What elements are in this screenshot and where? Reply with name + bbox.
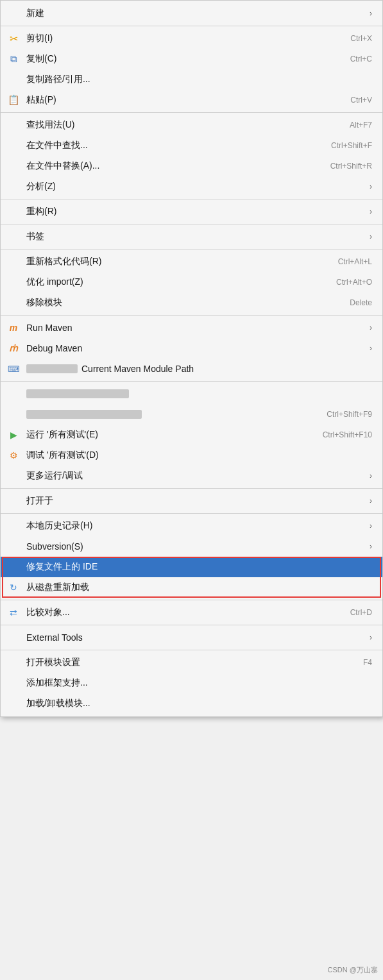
find-in-files-label: 在文件中查找...: [26, 140, 88, 151]
menu-item-external-tools[interactable]: External Tools ›: [1, 627, 382, 648]
repair-ide-label: 修复文件上的 IDE: [26, 561, 98, 573]
run-all-tests-shortcut: Ctrl+Shift+F10: [323, 430, 372, 439]
menu-item-new[interactable]: 新建 ›: [1, 3, 382, 24]
menu-item-replace-in-files[interactable]: 在文件中替换(A)... Ctrl+Shift+R: [1, 156, 382, 176]
separator: [1, 199, 382, 199]
context-menu: 新建 › ✂ 剪切(I) Ctrl+X ⧉ 复制(C) Ctrl+C 复制路径/…: [0, 0, 383, 717]
menu-item-find-usage[interactable]: 查找用法(U) Alt+F7: [1, 115, 382, 135]
local-history-label: 本地历史记录(H): [26, 520, 92, 532]
menu-item-debug-maven[interactable]: ṁ Debug Maven ›: [1, 338, 382, 359]
watermark: CSDN @万山寨: [328, 965, 378, 975]
replace-in-files-shortcut: Ctrl+Shift+R: [330, 162, 372, 171]
open-in-label: 打开于: [26, 495, 53, 507]
run-all-tests-label: 运行 '所有测试'(E): [26, 429, 98, 441]
menu-item-repair-ide[interactable]: 修复文件上的 IDE: [1, 557, 382, 577]
compare-label: 比较对象...: [26, 607, 70, 618]
add-framework-label: 添加框架支持...: [26, 677, 88, 689]
load-unload-modules-label: 加载/卸载模块...: [26, 698, 90, 709]
bookmark-label: 书签: [26, 231, 44, 242]
reload-icon: ↻: [6, 582, 21, 593]
red-box-group: 修复文件上的 IDE ↻ 从磁盘重新加载: [1, 557, 382, 598]
debug-maven-label: Debug Maven: [26, 343, 82, 353]
menu-item-bookmark[interactable]: 书签 ›: [1, 226, 382, 247]
blurred-text-1: [26, 389, 129, 398]
copy-shortcut: Ctrl+C: [350, 55, 372, 63]
menu-item-reformat[interactable]: 重新格式化代码(R) Ctrl+Alt+L: [1, 251, 382, 272]
menu-item-optimize-import[interactable]: 优化 import(Z) Ctrl+Alt+O: [1, 272, 382, 292]
separator: [1, 381, 382, 382]
remove-module-shortcut: Delete: [350, 298, 372, 307]
remove-module-label: 移除模块: [26, 297, 62, 308]
replace-in-files-label: 在文件中替换(A)...: [26, 160, 99, 172]
copy-label: 复制(C): [26, 53, 56, 65]
separator: [1, 488, 382, 489]
reformat-label: 重新格式化代码(R): [26, 256, 101, 267]
analyze-label: 分析(Z): [26, 181, 56, 192]
cut-label: 剪切(I): [26, 33, 53, 44]
find-in-files-shortcut: Ctrl+Shift+F: [331, 141, 372, 150]
compare-icon: ⇄: [6, 607, 21, 618]
separator: [1, 249, 382, 249]
cmd-icon: ⌨: [6, 364, 21, 374]
menu-item-find-in-files[interactable]: 在文件中查找... Ctrl+Shift+F: [1, 135, 382, 156]
debug-icon: ⚙: [6, 450, 21, 460]
arrow-icon: ›: [370, 542, 372, 551]
separator: [1, 26, 382, 26]
copy-icon: ⧉: [6, 53, 21, 65]
arrow-icon: ›: [370, 207, 372, 216]
copy-path-label: 复制路径/引用...: [26, 74, 90, 85]
blurred-text-2: [26, 410, 142, 419]
menu-item-open-in[interactable]: 打开于 ›: [1, 491, 382, 511]
menu-item-load-unload-modules[interactable]: 加载/卸载模块...: [1, 693, 382, 714]
separator: [1, 224, 382, 224]
menu-item-analyze[interactable]: 分析(Z) ›: [1, 176, 382, 197]
blurred-text: [26, 364, 78, 373]
menu-item-remove-module[interactable]: 移除模块 Delete: [1, 292, 382, 313]
arrow-icon: ›: [370, 182, 372, 191]
arrow-icon: ›: [370, 521, 372, 530]
separator: [1, 650, 382, 650]
menu-item-copy-path[interactable]: 复制路径/引用...: [1, 69, 382, 90]
menu-item-refactor[interactable]: 重构(R) ›: [1, 201, 382, 222]
arrow-icon: ›: [370, 496, 372, 505]
menu-item-subversion[interactable]: Subversion(S) ›: [1, 536, 382, 557]
paste-label: 粘贴(P): [26, 94, 56, 106]
optimize-import-shortcut: Ctrl+Alt+O: [336, 278, 372, 287]
menu-item-compare[interactable]: ⇄ 比较对象... Ctrl+D: [1, 602, 382, 623]
paste-shortcut: Ctrl+V: [350, 96, 372, 105]
optimize-import-label: 优化 import(Z): [26, 276, 83, 288]
menu-item-more-run[interactable]: 更多运行/调试 ›: [1, 466, 382, 486]
run-icon: ▶: [6, 430, 21, 440]
separator: [1, 625, 382, 625]
menu-item-run-all-tests[interactable]: ▶ 运行 '所有测试'(E) Ctrl+Shift+F10: [1, 425, 382, 445]
terminal-label-suffix: Current Maven Module Path: [81, 364, 194, 374]
reload-from-disk-label: 从磁盘重新加载: [26, 582, 89, 593]
menu-item-debug-all-tests[interactable]: ⚙ 调试 '所有测试'(D): [1, 445, 382, 466]
menu-item-run-maven[interactable]: m Run Maven ›: [1, 317, 382, 338]
open-module-settings-label: 打开模块设置: [26, 657, 80, 668]
menu-item-open-terminal[interactable]: ⌨ Current Maven Module Path: [1, 359, 382, 379]
menu-item-cut[interactable]: ✂ 剪切(I) Ctrl+X: [1, 28, 382, 49]
menu-item-local-history[interactable]: 本地历史记录(H) ›: [1, 516, 382, 536]
menu-item-add-framework[interactable]: 添加框架支持...: [1, 673, 382, 693]
subversion-label: Subversion(S): [26, 541, 83, 552]
menu-item-reload-from-disk[interactable]: ↻ 从磁盘重新加载: [1, 577, 382, 598]
find-usage-label: 查找用法(U): [26, 119, 74, 131]
debug-all-tests-label: 调试 '所有测试'(D): [26, 450, 99, 461]
menu-item-copy[interactable]: ⧉ 复制(C) Ctrl+C: [1, 49, 382, 69]
arrow-icon: ›: [370, 9, 372, 18]
refactor-label: 重构(R): [26, 206, 56, 217]
paste-icon: 📋: [6, 94, 21, 106]
scissors-icon: ✂: [6, 33, 21, 45]
arrow-icon: ›: [370, 633, 372, 642]
blurred2-shortcut: Ctrl+Shift+F9: [327, 410, 372, 419]
menu-item-open-module-settings[interactable]: 打开模块设置 F4: [1, 652, 382, 673]
separator: [1, 513, 382, 514]
arrow-icon: ›: [370, 344, 372, 353]
menu-item-paste[interactable]: 📋 粘贴(P) Ctrl+V: [1, 90, 382, 110]
more-run-label: 更多运行/调试: [26, 470, 83, 482]
menu-item-blurred2[interactable]: Ctrl+Shift+F9: [1, 404, 382, 425]
menu-item-blurred1[interactable]: [1, 384, 382, 404]
run-maven-icon: m: [6, 323, 21, 333]
find-usage-shortcut: Alt+F7: [350, 121, 372, 130]
